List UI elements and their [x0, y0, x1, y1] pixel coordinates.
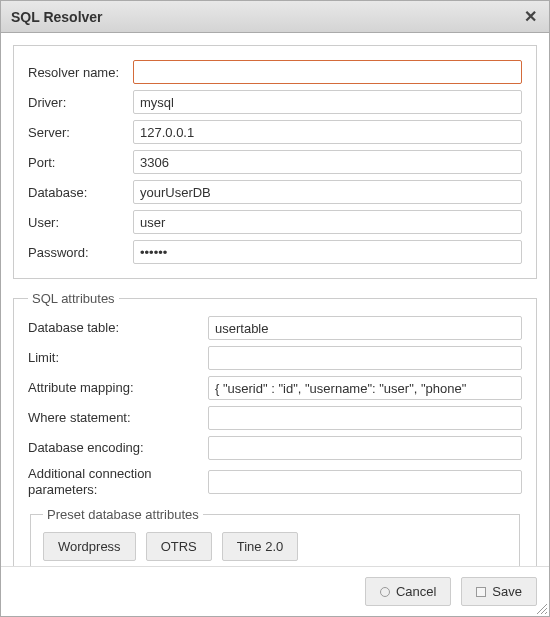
- attribute-mapping-label: Attribute mapping:: [28, 380, 208, 396]
- database-table-label: Database table:: [28, 320, 208, 336]
- password-label: Password:: [28, 245, 133, 260]
- sql-resolver-dialog: SQL Resolver ✕ Resolver name: Driver: Se…: [0, 0, 550, 617]
- save-button-label: Save: [492, 584, 522, 599]
- preset-wordpress-button[interactable]: Wordpress: [43, 532, 136, 561]
- server-input[interactable]: [133, 120, 522, 144]
- preset-otrs-button[interactable]: OTRS: [146, 532, 212, 561]
- port-label: Port:: [28, 155, 133, 170]
- additional-params-label: Additional connection parameters:: [28, 466, 208, 497]
- driver-label: Driver:: [28, 95, 133, 110]
- dialog-footer: Cancel Save: [1, 566, 549, 616]
- cancel-button[interactable]: Cancel: [365, 577, 451, 606]
- preset-tine20-button[interactable]: Tine 2.0: [222, 532, 299, 561]
- database-encoding-input[interactable]: [208, 436, 522, 460]
- where-statement-label: Where statement:: [28, 410, 208, 426]
- cancel-icon: [380, 587, 390, 597]
- preset-attributes-legend: Preset database attributes: [43, 507, 203, 522]
- sql-attributes-fieldset: SQL attributes Database table: Limit: At…: [13, 291, 537, 566]
- attribute-mapping-input[interactable]: [208, 376, 522, 400]
- connection-fieldset: Resolver name: Driver: Server: Port: Dat…: [13, 45, 537, 279]
- save-button[interactable]: Save: [461, 577, 537, 606]
- driver-input[interactable]: [133, 90, 522, 114]
- preset-attributes-fieldset: Preset database attributes Wordpress OTR…: [30, 507, 520, 566]
- save-icon: [476, 587, 486, 597]
- resize-handle-icon[interactable]: [534, 601, 548, 615]
- limit-input[interactable]: [208, 346, 522, 370]
- resolver-name-label: Resolver name:: [28, 65, 133, 80]
- dialog-content: Resolver name: Driver: Server: Port: Dat…: [1, 33, 549, 566]
- sql-attributes-legend: SQL attributes: [28, 291, 119, 306]
- cancel-button-label: Cancel: [396, 584, 436, 599]
- user-label: User:: [28, 215, 133, 230]
- limit-label: Limit:: [28, 350, 208, 366]
- database-table-input[interactable]: [208, 316, 522, 340]
- password-input[interactable]: [133, 240, 522, 264]
- close-icon[interactable]: ✕: [521, 7, 539, 26]
- titlebar: SQL Resolver ✕: [1, 1, 549, 33]
- server-label: Server:: [28, 125, 133, 140]
- database-encoding-label: Database encoding:: [28, 440, 208, 456]
- resolver-name-input[interactable]: [133, 60, 522, 84]
- dialog-title: SQL Resolver: [11, 9, 103, 25]
- additional-params-input[interactable]: [208, 470, 522, 494]
- svg-line-2: [545, 612, 547, 614]
- where-statement-input[interactable]: [208, 406, 522, 430]
- database-input[interactable]: [133, 180, 522, 204]
- database-label: Database:: [28, 185, 133, 200]
- user-input[interactable]: [133, 210, 522, 234]
- port-input[interactable]: [133, 150, 522, 174]
